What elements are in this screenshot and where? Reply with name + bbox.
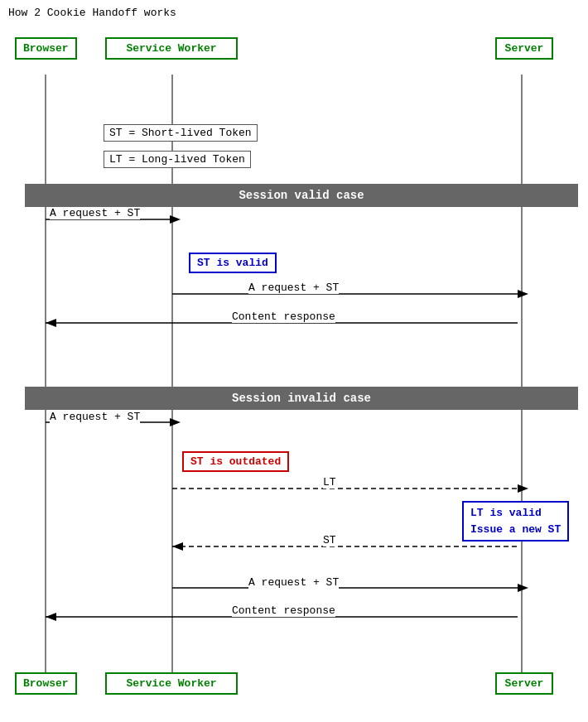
diagram-container: How 2 Cookie Handoff works [0, 0, 588, 722]
svg-marker-6 [518, 290, 528, 298]
svg-marker-14 [172, 542, 183, 551]
browser-box-top: Browser [15, 37, 77, 60]
label-req-st-1: A request + ST [50, 207, 140, 219]
label-lt: LT [323, 476, 336, 489]
diagram-title: How 2 Cookie Handoff works [8, 7, 176, 19]
label-content-resp-2: Content response [232, 604, 335, 617]
lt-valid-box: LT is validIssue a new ST [462, 501, 569, 542]
label-st-back: ST [323, 534, 336, 546]
label-req-st-3: A request + ST [50, 411, 140, 423]
section-invalid: Session invalid case [25, 387, 578, 410]
server-box-top: Server [495, 37, 553, 60]
label-content-resp-1: Content response [232, 310, 335, 323]
label-req-st-4: A request + ST [248, 576, 339, 589]
label-req-st-2: A request + ST [248, 282, 339, 294]
service-worker-box-bottom: Service Worker [105, 672, 238, 695]
svg-marker-4 [170, 215, 181, 224]
svg-marker-10 [170, 418, 181, 426]
browser-box-bottom: Browser [15, 672, 77, 695]
service-worker-box-top: Service Worker [105, 37, 238, 60]
server-box-bottom: Server [495, 672, 553, 695]
def-st: ST = Short-lived Token [104, 124, 258, 142]
svg-marker-18 [46, 613, 56, 621]
st-valid-box: ST is valid [189, 253, 277, 273]
st-outdated-box: ST is outdated [182, 451, 289, 472]
svg-marker-8 [46, 319, 56, 327]
def-lt: LT = Long-lived Token [104, 151, 251, 168]
svg-marker-16 [518, 584, 528, 592]
svg-marker-12 [518, 484, 528, 493]
section-valid: Session valid case [25, 184, 578, 207]
